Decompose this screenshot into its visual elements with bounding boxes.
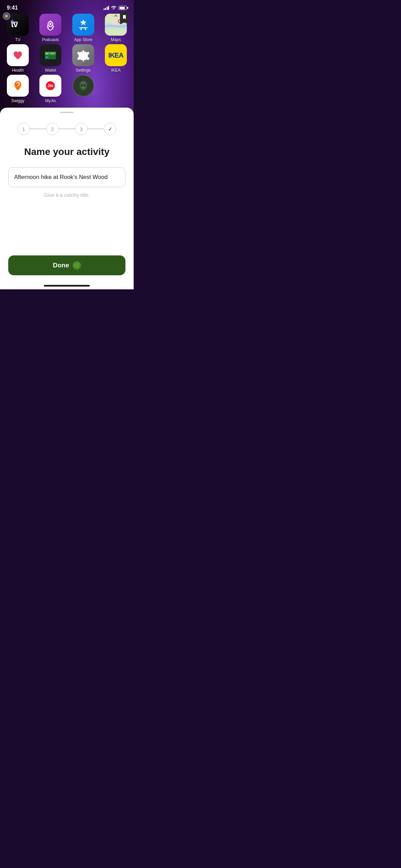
app-row-2: Health Wallet: [4, 44, 130, 73]
app-label-swiggy: Swiggy: [11, 98, 25, 103]
sheet-title: Name your activity: [8, 146, 125, 158]
step-line-1: [30, 129, 46, 129]
step-3: 3: [75, 123, 87, 135]
app-icon-ikea: IKEA: [105, 44, 127, 66]
leaf-icon: 🌿: [73, 261, 81, 269]
app-item-empty: [102, 75, 130, 103]
app-icon-wallet: [39, 44, 61, 66]
app-icon-settings: [72, 44, 94, 66]
app-item-settings[interactable]: Settings: [70, 44, 97, 73]
activity-input-wrapper[interactable]: [8, 167, 125, 187]
app-item-ikea[interactable]: IKEA IKEA: [102, 44, 130, 73]
svg-point-5: [49, 23, 51, 25]
app-item-podcasts[interactable]: Podcasts: [37, 14, 64, 42]
app-icon-jio: Jio: [39, 75, 61, 97]
app-icon-swiggy: [7, 75, 29, 97]
step-indicator: 1 2 3 ✓: [8, 123, 125, 135]
app-row-3: Swiggy Jio MyJio: [4, 75, 130, 103]
svg-text:Jio: Jio: [48, 83, 53, 88]
bottom-sheet: 1 2 3 ✓ Name your activity Give it a cat…: [0, 108, 134, 289]
svg-line-7: [52, 26, 52, 28]
app-label-health: Health: [12, 68, 24, 73]
ikea-logo-text: IKEA: [108, 51, 123, 59]
app-icon-appstore: [72, 14, 94, 36]
app-item-tv[interactable]: ✕ tv Apple TV: [4, 14, 32, 42]
done-button[interactable]: Done 🌿: [8, 255, 125, 275]
signal-bars-icon: [104, 6, 109, 10]
app-label-myjio: MyJio: [45, 98, 56, 103]
home-indicator: [44, 285, 90, 287]
app-label-appstore: App Store: [74, 37, 92, 42]
app-label-settings: Settings: [76, 68, 90, 73]
app-label-tv: TV: [15, 37, 20, 42]
step-1: 1: [17, 123, 30, 135]
app-item-eagle[interactable]: [70, 75, 97, 103]
battery-icon: [119, 6, 127, 10]
svg-rect-17: [46, 53, 48, 54]
app-item-health[interactable]: Health: [4, 44, 32, 73]
app-item-swiggy[interactable]: Swiggy: [4, 75, 32, 103]
status-bar: 9:41: [0, 0, 134, 12]
step-2: 2: [46, 123, 59, 135]
svg-rect-19: [46, 57, 48, 58]
app-label-ikea: IKEA: [111, 68, 120, 73]
app-grid: ✕ tv Apple TV: [0, 12, 134, 108]
app-item-myjio[interactable]: Jio MyJio: [37, 75, 64, 103]
activity-name-input[interactable]: [14, 174, 120, 181]
app-label-podcasts: Podcasts: [42, 37, 59, 42]
phone-screen: 9:41 ✕ tv: [0, 0, 134, 289]
svg-rect-18: [50, 53, 54, 54]
app-icon-eagle: [72, 75, 94, 97]
status-icons: [104, 5, 127, 11]
step-line-2: [59, 129, 75, 129]
step-line-3: [87, 129, 104, 129]
delete-badge-tv[interactable]: ✕: [3, 12, 10, 20]
svg-point-27: [81, 85, 83, 86]
app-icon-health: [7, 44, 29, 66]
done-label: Done: [53, 262, 69, 269]
svg-point-28: [84, 85, 85, 86]
app-item-appstore[interactable]: App Store: [70, 14, 97, 42]
sheet-handle[interactable]: [60, 112, 74, 113]
app-item-wallet[interactable]: Wallet: [37, 44, 64, 73]
svg-line-6: [48, 26, 49, 28]
app-item-maps[interactable]: Maps: [102, 14, 130, 42]
step-check: ✓: [104, 123, 116, 135]
bookmark-badge[interactable]: [120, 12, 129, 23]
app-label-maps: Maps: [111, 37, 121, 42]
tv-logo-text: tv Apple: [10, 20, 25, 30]
hint-text: Give it a catchy title.: [8, 192, 125, 198]
app-icon-podcasts: [39, 14, 61, 36]
wifi-icon: [111, 5, 117, 11]
svg-text:Apple: Apple: [11, 21, 18, 24]
status-time: 9:41: [7, 5, 18, 11]
app-row-1: ✕ tv Apple TV: [4, 14, 130, 42]
app-label-wallet: Wallet: [45, 68, 56, 73]
